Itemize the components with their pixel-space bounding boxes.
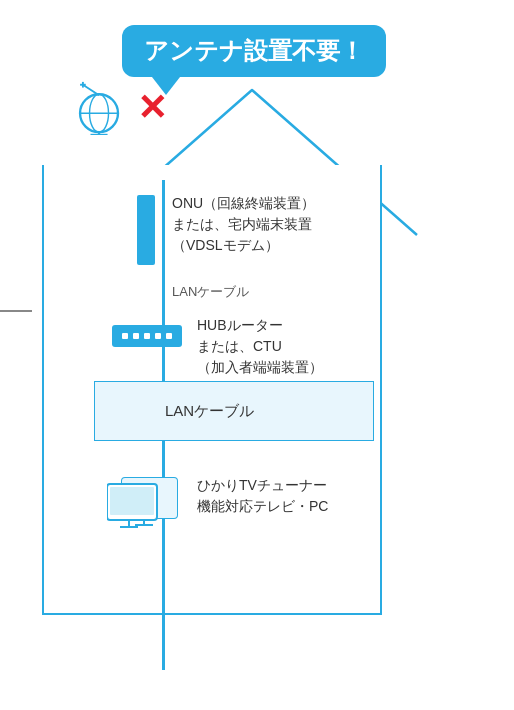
onu-label-line3: （VDSLモデム） <box>172 235 315 256</box>
onu-label-line2: または、宅内端末装置 <box>172 214 315 235</box>
hub-label-line1: HUBルーター <box>197 315 323 336</box>
lan-cable-label-2: LANケーブル <box>165 402 254 421</box>
tv-label-line1: ひかりTVチューナー <box>197 475 328 496</box>
onu-label: ONU（回線終端装置） または、宅内端末装置 （VDSLモデム） <box>172 193 315 256</box>
onu-device-icon <box>137 195 155 265</box>
tv-device-icon <box>107 470 192 539</box>
callout-bubble: アンテナ設置不要！ <box>122 25 386 77</box>
hub-label-line3: （加入者端端装置） <box>197 357 323 378</box>
hub-dot-2 <box>133 333 139 339</box>
hub-label: HUBルーター または、CTU （加入者端端装置） <box>197 315 323 378</box>
tv-label-line2: 機能対応テレビ・PC <box>197 496 328 517</box>
svg-rect-13 <box>110 487 154 515</box>
hub-dot-3 <box>144 333 150 339</box>
hub-dot-4 <box>155 333 161 339</box>
tv-pc-svg <box>107 470 192 535</box>
hub-device-icon <box>112 325 182 347</box>
callout-text: アンテナ設置不要！ <box>144 37 364 64</box>
fiber-line: 光回線へ <box>0 310 32 312</box>
lan-cable-box: LANケーブル <box>94 381 374 441</box>
hub-dot-5 <box>166 333 172 339</box>
hub-dot-1 <box>122 333 128 339</box>
diagram-container: アンテナ設置不要！ ✕ 光回線へ <box>42 25 472 685</box>
svg-line-5 <box>83 85 99 95</box>
lan-cable-label-1: LANケーブル <box>172 283 249 301</box>
tv-label: ひかりTVチューナー 機能対応テレビ・PC <box>197 475 328 517</box>
onu-label-line1: ONU（回線終端装置） <box>172 193 315 214</box>
antenna-icon <box>72 80 127 135</box>
fiber-horizontal-line <box>0 310 32 312</box>
hub-label-line2: または、CTU <box>197 336 323 357</box>
